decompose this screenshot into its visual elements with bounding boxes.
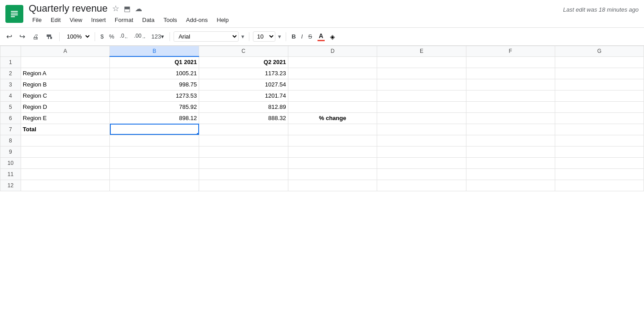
cell-A9[interactable]: [21, 146, 110, 157]
cell-F4[interactable]: [466, 90, 555, 101]
menu-data[interactable]: Data: [139, 15, 158, 25]
cell-E10[interactable]: [377, 157, 466, 168]
sheet-container[interactable]: A B C D E F G 1Q1 2021Q2 20212Region A10…: [0, 46, 644, 328]
cell-G9[interactable]: [555, 146, 644, 157]
cell-B10[interactable]: [110, 157, 199, 168]
cell-B6[interactable]: 898.12: [110, 112, 199, 124]
col-header-A[interactable]: A: [21, 46, 110, 57]
cell-E1[interactable]: [377, 56, 466, 68]
cell-C10[interactable]: [199, 157, 288, 168]
cell-C5[interactable]: 812.89: [199, 101, 288, 112]
font-size-select[interactable]: 10 8 9 11 12 14: [253, 31, 275, 42]
cell-C8[interactable]: [199, 135, 288, 146]
cell-G7[interactable]: [555, 124, 644, 135]
star-icon[interactable]: ☆: [112, 4, 119, 13]
cell-F1[interactable]: [466, 56, 555, 68]
cell-C7[interactable]: [199, 124, 288, 135]
cell-G1[interactable]: [555, 56, 644, 68]
cell-B2[interactable]: 1005.21: [110, 68, 199, 79]
cloud-icon[interactable]: ☁: [135, 4, 142, 13]
cell-B8[interactable]: [110, 135, 199, 146]
cell-D1[interactable]: [288, 56, 377, 68]
cell-D3[interactable]: [288, 79, 377, 90]
cell-E5[interactable]: [377, 101, 466, 112]
cell-G4[interactable]: [555, 90, 644, 101]
menu-insert[interactable]: Insert: [87, 15, 109, 25]
cell-A12[interactable]: [21, 180, 110, 191]
menu-file[interactable]: File: [29, 15, 45, 25]
cell-E9[interactable]: [377, 146, 466, 157]
cell-F3[interactable]: [466, 79, 555, 90]
folder-icon[interactable]: ⬒: [124, 4, 131, 13]
menu-edit[interactable]: Edit: [47, 15, 64, 25]
cell-A4[interactable]: Region C: [21, 90, 110, 101]
cell-B7[interactable]: [110, 124, 199, 135]
cell-C11[interactable]: [199, 168, 288, 180]
cell-G3[interactable]: [555, 79, 644, 90]
col-header-D[interactable]: D: [288, 46, 377, 57]
undo-button[interactable]: ↩: [4, 30, 15, 43]
fill-color-button[interactable]: ◈: [328, 32, 337, 41]
menu-addons[interactable]: Add-ons: [183, 15, 211, 25]
cell-A3[interactable]: Region B: [21, 79, 110, 90]
cell-C9[interactable]: [199, 146, 288, 157]
cell-F8[interactable]: [466, 135, 555, 146]
cell-D12[interactable]: [288, 180, 377, 191]
cell-G8[interactable]: [555, 135, 644, 146]
cell-A6[interactable]: Region E: [21, 112, 110, 124]
cell-B4[interactable]: 1273.53: [110, 90, 199, 101]
cell-C2[interactable]: 1173.23: [199, 68, 288, 79]
cell-F6[interactable]: [466, 112, 555, 124]
cell-G10[interactable]: [555, 157, 644, 168]
col-header-E[interactable]: E: [377, 46, 466, 57]
cell-A7[interactable]: Total: [21, 124, 110, 135]
cell-E8[interactable]: [377, 135, 466, 146]
col-header-C[interactable]: C: [199, 46, 288, 57]
cell-F9[interactable]: [466, 146, 555, 157]
menu-help[interactable]: Help: [213, 15, 232, 25]
menu-format[interactable]: Format: [111, 15, 137, 25]
cell-E11[interactable]: [377, 168, 466, 180]
cell-G12[interactable]: [555, 180, 644, 191]
zoom-select[interactable]: 100% 75% 50% 150%: [63, 32, 91, 41]
cell-F2[interactable]: [466, 68, 555, 79]
cell-F5[interactable]: [466, 101, 555, 112]
cell-F12[interactable]: [466, 180, 555, 191]
cell-C6[interactable]: 888.32: [199, 112, 288, 124]
cell-F11[interactable]: [466, 168, 555, 180]
cell-E7[interactable]: [377, 124, 466, 135]
cell-G11[interactable]: [555, 168, 644, 180]
cell-E4[interactable]: [377, 90, 466, 101]
cell-D7[interactable]: [288, 124, 377, 135]
cell-E6[interactable]: [377, 112, 466, 124]
cell-E12[interactable]: [377, 180, 466, 191]
cell-D2[interactable]: [288, 68, 377, 79]
col-header-G[interactable]: G: [555, 46, 644, 57]
col-header-F[interactable]: F: [466, 46, 555, 57]
cell-B9[interactable]: [110, 146, 199, 157]
cell-B12[interactable]: [110, 180, 199, 191]
cell-B11[interactable]: [110, 168, 199, 180]
cell-E2[interactable]: [377, 68, 466, 79]
cell-F7[interactable]: [466, 124, 555, 135]
cell-D11[interactable]: [288, 168, 377, 180]
cell-D5[interactable]: [288, 101, 377, 112]
cell-A2[interactable]: Region A: [21, 68, 110, 79]
cell-B3[interactable]: 998.75: [110, 79, 199, 90]
cell-D10[interactable]: [288, 157, 377, 168]
font-select[interactable]: Arial Times New Roman Courier New: [174, 31, 239, 42]
print-button[interactable]: 🖨: [30, 31, 41, 42]
cell-C12[interactable]: [199, 180, 288, 191]
cell-G2[interactable]: [555, 68, 644, 79]
decimal-less-button[interactable]: .0←: [118, 32, 131, 41]
cell-E3[interactable]: [377, 79, 466, 90]
menu-view[interactable]: View: [66, 15, 86, 25]
redo-button[interactable]: ↪: [17, 30, 28, 43]
paint-format-button[interactable]: [43, 31, 56, 42]
cell-A5[interactable]: Region D: [21, 101, 110, 112]
number-format-button[interactable]: 123▾: [150, 32, 166, 41]
strikethrough-button[interactable]: S: [306, 32, 314, 41]
cell-C4[interactable]: 1201.74: [199, 90, 288, 101]
cell-A10[interactable]: [21, 157, 110, 168]
col-header-B[interactable]: B: [110, 46, 199, 57]
